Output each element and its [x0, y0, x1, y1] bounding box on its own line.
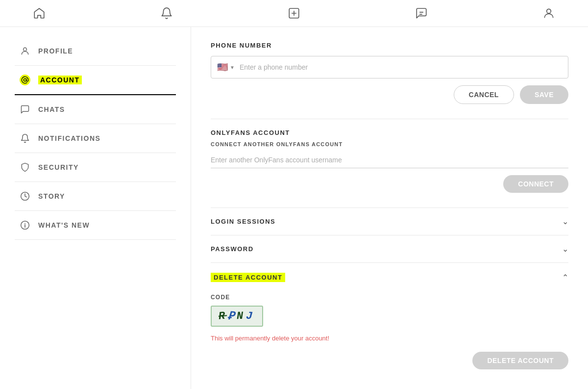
at-icon: [20, 75, 30, 85]
onlyfans-sub-label: CONNECT ANOTHER ONLYFANS ACCOUNT: [211, 141, 568, 147]
sidebar-item-whats-new[interactable]: WHAT'S NEW: [15, 211, 176, 240]
sidebar-label-chats: CHATS: [38, 105, 65, 113]
delete-account-chevron-icon: ⌃: [562, 273, 568, 282]
sidebar-item-account[interactable]: ACCOUNT: [15, 66, 176, 95]
sidebar-label-profile: PROFILE: [38, 47, 73, 55]
chat-nav-button[interactable]: [412, 3, 431, 23]
sidebar-item-security[interactable]: SECURITY: [15, 153, 176, 182]
divider-1: [211, 119, 568, 119]
sidebar-label-story: STORY: [38, 192, 65, 200]
home-nav-button[interactable]: [29, 3, 49, 23]
sidebar-item-chats[interactable]: CHATS: [15, 95, 176, 124]
sidebar-label-security: SECURITY: [38, 163, 79, 171]
delete-account-button[interactable]: DELETE ACCOUNT: [472, 352, 568, 369]
main-layout: PROFILE ACCOUNT CHATS: [0, 27, 588, 389]
password-chevron-icon: ⌄: [562, 244, 568, 254]
sidebar-item-notifications[interactable]: NOTIFICATIONS: [15, 124, 176, 153]
sidebar-label-notifications: NOTIFICATIONS: [38, 134, 100, 142]
sidebar-label-account: ACCOUNT: [38, 76, 82, 84]
login-sessions-chevron-icon: ⌄: [562, 217, 568, 226]
onlyfans-section-label: ONLYFANS ACCOUNT: [211, 129, 568, 136]
main-content: PHONE NUMBER 🇺🇸 ▼ CANCEL SAVE ONLYFANS A…: [191, 27, 588, 389]
sidebar-label-whats-new: WHAT'S NEW: [38, 221, 90, 229]
top-nav: [0, 0, 588, 27]
clock-icon: [20, 191, 30, 202]
svg-point-5: [547, 9, 551, 13]
delete-account-section: DELETE ACCOUNT ⌃ CODE R Ꝑ N J This will …: [211, 262, 568, 369]
svg-point-7: [24, 78, 26, 81]
shield-icon: [20, 162, 30, 173]
flag-emoji: 🇺🇸: [217, 62, 228, 73]
profile-nav-button[interactable]: [539, 3, 559, 23]
code-label: CODE: [211, 294, 568, 301]
phone-input[interactable]: [240, 63, 562, 71]
chat-sidebar-icon: [20, 104, 30, 115]
flag-selector[interactable]: 🇺🇸 ▼: [217, 62, 235, 73]
save-button[interactable]: SAVE: [520, 85, 568, 104]
login-sessions-label: LOGIN SESSIONS: [211, 218, 275, 225]
login-sessions-row[interactable]: LOGIN SESSIONS ⌄: [211, 207, 568, 235]
compose-nav-button[interactable]: [284, 3, 304, 23]
cancel-button[interactable]: CANCEL: [454, 85, 514, 104]
password-row[interactable]: PASSWORD ⌄: [211, 235, 568, 262]
onlyfans-username-input[interactable]: [211, 152, 568, 168]
phone-number-label: PHONE NUMBER: [211, 42, 568, 49]
info-icon: [20, 220, 30, 231]
connect-button-row: CONNECT: [211, 175, 568, 193]
password-label: PASSWORD: [211, 245, 254, 253]
user-icon: [20, 46, 30, 56]
delete-account-label: DELETE ACCOUNT: [211, 273, 285, 282]
sidebar-item-profile[interactable]: PROFILE: [15, 37, 176, 66]
svg-point-6: [24, 48, 27, 51]
code-section: CODE R Ꝑ N J This will permanently delet…: [211, 294, 568, 342]
phone-number-row: 🇺🇸 ▼: [211, 56, 568, 78]
flag-chevron-icon: ▼: [230, 65, 235, 70]
phone-action-buttons: CANCEL SAVE: [211, 85, 568, 104]
captcha-image: R Ꝑ N J: [211, 306, 263, 327]
bell-icon: [20, 133, 30, 144]
sidebar: PROFILE ACCOUNT CHATS: [0, 27, 191, 389]
delete-account-header[interactable]: DELETE ACCOUNT ⌃: [211, 268, 568, 287]
delete-warning-text: This will permanently delete your accoun…: [211, 335, 568, 342]
delete-account-button-row: DELETE ACCOUNT: [211, 352, 568, 369]
sidebar-item-story[interactable]: STORY: [15, 182, 176, 211]
connect-button[interactable]: CONNECT: [503, 175, 568, 193]
notification-nav-button[interactable]: [157, 3, 176, 23]
